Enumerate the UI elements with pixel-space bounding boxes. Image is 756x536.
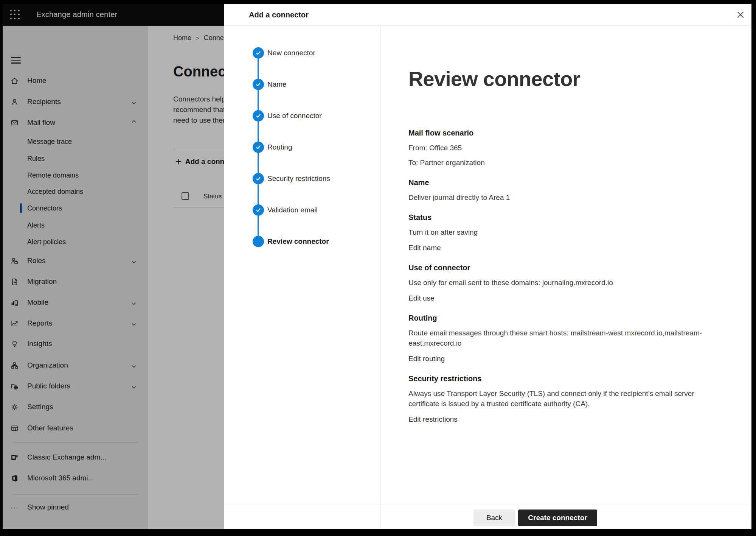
wizard-step-review-connector[interactable]: Review connector (253, 236, 329, 247)
completed-check-icon (253, 110, 264, 122)
completed-check-icon (253, 173, 264, 184)
wizard-step-validation-email[interactable]: Validation email (253, 204, 318, 216)
wizard-step-new-connector[interactable]: New connector (253, 47, 315, 59)
section-heading-status: Status (408, 212, 715, 223)
edit-restrictions-link[interactable]: Edit restrictions (408, 414, 715, 424)
wizard-content-divider (380, 26, 380, 529)
use-of-connector-value: Use only for email sent to these domains… (408, 277, 715, 288)
wizard-step-label: Routing (267, 143, 292, 151)
review-content: Review connector Mail flow scenario From… (408, 66, 715, 424)
close-icon[interactable] (735, 9, 746, 20)
wizard-step-label: New connector (267, 49, 315, 57)
completed-check-icon (253, 79, 264, 90)
wizard-step-label: Name (267, 80, 287, 89)
routing-value: Route email messages through these smart… (408, 328, 715, 348)
wizard-step-security-restrictions[interactable]: Security restrictions (253, 173, 330, 184)
app-window: Exchange admin center HomeRecipientsMail… (3, 4, 751, 529)
back-button[interactable]: Back (473, 510, 515, 526)
security-restrictions-value: Always use Transport Layer Security (TLS… (408, 388, 715, 409)
wizard-step-name[interactable]: Name (253, 79, 287, 90)
section-heading-use-of-connector: Use of connector (408, 263, 715, 273)
section-heading-mail-flow-scenario: Mail flow scenario (408, 128, 715, 138)
panel-header: Add a connector (224, 4, 751, 26)
review-title: Review connector (408, 66, 715, 91)
create-connector-button[interactable]: Create connector (518, 510, 597, 526)
wizard-step-label: Security restrictions (267, 175, 330, 183)
footer-divider (224, 504, 751, 505)
screenshot-frame: Exchange admin center HomeRecipientsMail… (0, 0, 756, 536)
current-step-circle-icon (253, 236, 264, 247)
wizard-step-routing[interactable]: Routing (253, 142, 292, 153)
section-heading-name: Name (408, 178, 715, 188)
edit-name-link[interactable]: Edit name (408, 243, 715, 253)
mail-flow-from: From: Office 365 (408, 143, 715, 153)
completed-check-icon (253, 142, 264, 153)
edit-routing-link[interactable]: Edit routing (408, 354, 715, 364)
section-heading-routing: Routing (408, 313, 715, 323)
mail-flow-to: To: Partner organization (408, 157, 715, 168)
wizard-step-label: Validation email (267, 206, 318, 214)
add-connector-panel: Add a connector New connectorNameUse of … (224, 4, 751, 529)
section-heading-security-restrictions: Security restrictions (408, 374, 715, 384)
wizard-step-label: Review connector (267, 237, 329, 246)
connector-name-value: Deliver journal directly to Area 1 (408, 192, 715, 203)
status-value: Turn it on after saving (408, 227, 715, 237)
edit-use-link[interactable]: Edit use (408, 293, 715, 303)
completed-check-icon (253, 204, 264, 216)
completed-check-icon (253, 47, 264, 59)
wizard-step-label: Use of connector (267, 112, 322, 120)
wizard-step-use-of-connector[interactable]: Use of connector (253, 110, 322, 122)
panel-title: Add a connector (249, 4, 309, 26)
wizard-steps: New connectorNameUse of connectorRouting… (224, 26, 380, 291)
